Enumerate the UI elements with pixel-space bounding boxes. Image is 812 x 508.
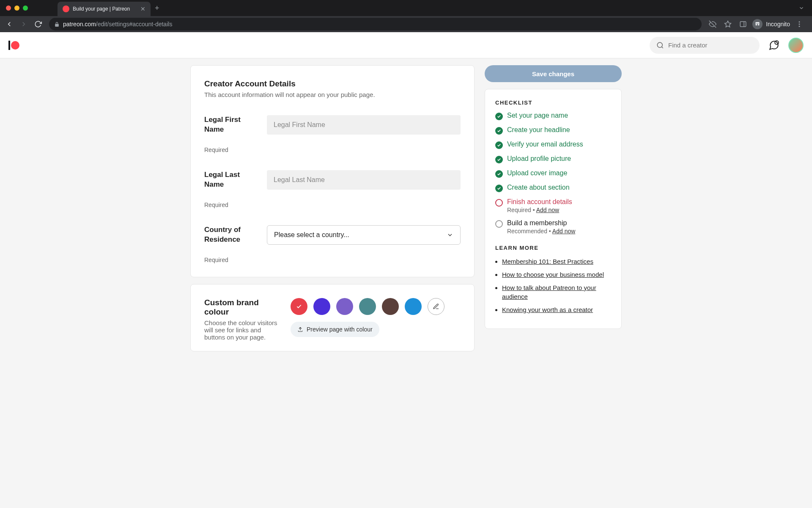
preview-colour-button[interactable]: Preview page with colour (291, 322, 379, 337)
required-text: Required (204, 146, 260, 153)
country-select[interactable]: Please select a country... (267, 225, 461, 245)
checklist-item-label: Finish account details (507, 198, 572, 206)
tab-title: Build your page | Patreon (73, 6, 137, 12)
user-avatar[interactable] (788, 38, 804, 53)
account-details-card: Creator Account Details This account inf… (190, 65, 475, 277)
first-name-input[interactable] (267, 115, 461, 135)
svg-point-8 (799, 26, 800, 27)
checklist-item[interactable]: Create your headline (495, 126, 611, 135)
address-row: patreon.com/edit/settings#account-detail… (0, 16, 812, 32)
checklist-item-label: Upload cover image (507, 169, 567, 177)
checklist-card: CHECKLIST Set your page nameCreate your … (485, 89, 622, 329)
country-select-value: Please select a country... (274, 231, 349, 239)
checklist-item-label: Set your page name (507, 112, 568, 119)
svg-point-4 (756, 24, 757, 25)
forward-button[interactable] (18, 18, 30, 30)
minimize-window-button[interactable] (14, 6, 19, 11)
checklist-item[interactable]: Create about section (495, 184, 611, 192)
back-button[interactable] (3, 18, 15, 30)
learn-more-item: How to choose your business model (502, 270, 611, 279)
checklist-item[interactable]: Upload cover image (495, 169, 611, 178)
checklist-item-label: Create your headline (507, 126, 570, 134)
add-now-link[interactable]: Add now (552, 228, 575, 235)
colour-swatch[interactable] (359, 298, 376, 315)
learn-more-link[interactable]: Knowing your worth as a creator (502, 306, 593, 313)
search-box[interactable] (650, 37, 760, 54)
check-done-icon (495, 170, 503, 178)
brand-colour-card: Custom brand colour Choose the colour vi… (190, 284, 475, 351)
learn-more-link[interactable]: How to talk about Patreon to your audien… (502, 284, 596, 300)
svg-point-5 (758, 24, 760, 25)
url-text: patreon.com/edit/settings#account-detail… (63, 21, 172, 28)
search-icon (656, 41, 664, 49)
check-todo-icon (495, 199, 503, 207)
country-label: Country of Residence (204, 225, 260, 245)
svg-point-7 (799, 24, 800, 25)
svg-point-6 (799, 21, 800, 22)
colour-swatch[interactable] (313, 298, 330, 315)
bookmark-star-icon[interactable] (722, 18, 734, 30)
site-header (0, 32, 812, 58)
checklist-item-label: Create about section (507, 184, 570, 191)
browser-menu-icon[interactable] (793, 18, 805, 30)
learn-more-heading: LEARN MORE (495, 245, 611, 251)
checklist-item[interactable]: Build a membershipRecommended • Add now (495, 219, 611, 235)
last-name-label: Legal Last Name (204, 170, 260, 190)
browser-chrome: Build your page | Patreon ✕ + patreon.co… (0, 0, 812, 32)
checklist-item[interactable]: Finish account detailsRequired • Add now (495, 198, 611, 213)
learn-more-link[interactable]: Membership 101: Best Practices (502, 258, 593, 265)
card-title: Creator Account Details (204, 79, 461, 88)
close-tab-icon[interactable]: ✕ (140, 6, 145, 12)
first-name-label: Legal First Name (204, 115, 260, 135)
check-done-icon (495, 141, 503, 149)
messages-icon[interactable] (766, 38, 782, 53)
maximize-window-button[interactable] (23, 6, 28, 11)
svg-line-10 (661, 47, 663, 48)
svg-marker-1 (725, 21, 731, 27)
add-now-link[interactable]: Add now (536, 207, 559, 213)
browser-tab[interactable]: Build your page | Patreon ✕ (58, 2, 151, 16)
checklist-item[interactable]: Upload profile picture (495, 155, 611, 163)
reload-button[interactable] (32, 18, 44, 30)
incognito-icon (752, 19, 763, 29)
colour-swatch[interactable] (291, 298, 307, 315)
check-done-icon (495, 156, 503, 163)
learn-more-link[interactable]: How to choose your business model (502, 271, 604, 278)
check-todo-icon (495, 220, 503, 228)
colour-swatch[interactable] (405, 298, 422, 315)
upload-icon (297, 326, 303, 332)
card-subtitle: This account information will not appear… (204, 91, 461, 98)
checklist-item[interactable]: Set your page name (495, 112, 611, 120)
colour-swatch[interactable] (336, 298, 353, 315)
patreon-logo[interactable] (8, 41, 19, 50)
svg-point-9 (657, 42, 662, 47)
checklist-item-label: Upload profile picture (507, 155, 571, 163)
tabs-row: Build your page | Patreon ✕ + (0, 0, 812, 16)
last-name-input[interactable] (267, 170, 461, 190)
chevron-down-icon (447, 232, 453, 238)
checklist-item[interactable]: Verify your email address (495, 141, 611, 149)
brand-title: Custom brand colour (204, 298, 280, 317)
checklist-item-label: Verify your email address (507, 141, 583, 148)
checklist-item-sub: Recommended • Add now (507, 228, 575, 235)
checklist-heading: CHECKLIST (495, 99, 611, 106)
learn-more-item: Membership 101: Best Practices (502, 257, 611, 266)
incognito-badge[interactable]: Incognito (752, 19, 790, 29)
checklist-item-label: Build a membership (507, 219, 575, 227)
learn-more-item: How to talk about Patreon to your audien… (502, 283, 611, 301)
side-panel-icon[interactable] (737, 18, 749, 30)
close-window-button[interactable] (6, 6, 11, 11)
brand-subtitle: Choose the colour visitors will see for … (204, 319, 280, 341)
tab-favicon (63, 6, 69, 12)
new-tab-button[interactable]: + (155, 4, 159, 13)
address-bar[interactable]: patreon.com/edit/settings#account-detail… (49, 18, 702, 30)
custom-colour-button[interactable] (428, 298, 444, 315)
search-input[interactable] (668, 41, 753, 49)
window-controls (6, 6, 28, 11)
required-text: Required (204, 202, 260, 208)
tabs-dropdown-icon[interactable] (798, 5, 804, 11)
save-changes-button[interactable]: Save changes (485, 65, 622, 82)
eye-off-icon[interactable] (707, 18, 719, 30)
colour-swatch[interactable] (382, 298, 399, 315)
checklist-item-sub: Required • Add now (507, 207, 572, 213)
